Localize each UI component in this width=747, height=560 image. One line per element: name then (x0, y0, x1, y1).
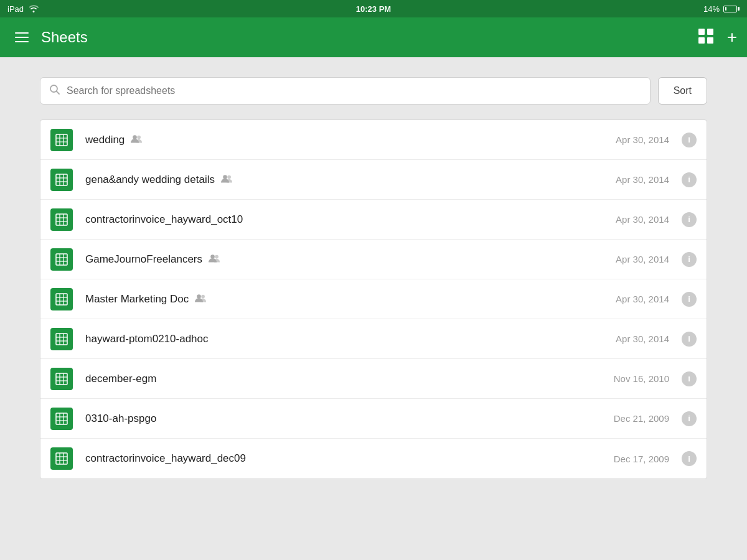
wifi-icon (29, 4, 39, 14)
file-name-area: contractorinvoice_hayward_oct10 (85, 213, 594, 226)
file-name: hayward-ptom0210-adhoc (85, 333, 209, 345)
svg-point-11 (133, 135, 138, 139)
svg-rect-39 (56, 334, 67, 345)
file-item[interactable]: GameJournoFreelancers Apr 30, 2014i (40, 240, 707, 279)
info-button[interactable]: i (682, 411, 697, 426)
file-date: Dec 21, 2009 (594, 413, 669, 424)
svg-rect-6 (56, 134, 67, 146)
file-list: wedding Apr 30, 2014i gena&andy wedding … (40, 119, 707, 479)
shared-icon (209, 254, 220, 264)
file-name-area: 0310-ah-pspgo (85, 413, 594, 425)
spreadsheet-icon (50, 169, 73, 191)
file-name-area: Master Marketing Doc (85, 293, 594, 306)
spreadsheet-icon (50, 248, 73, 271)
shared-icon (195, 294, 206, 304)
file-name-area: contractorinvoice_hayward_dec09 (85, 452, 594, 465)
file-item[interactable]: contractorinvoice_hayward_oct10Apr 30, 2… (40, 200, 707, 240)
file-name: GameJournoFreelancers (85, 253, 202, 266)
file-date: Apr 30, 2014 (594, 174, 669, 185)
svg-point-19 (227, 175, 231, 179)
svg-point-31 (215, 255, 218, 259)
svg-point-37 (197, 294, 202, 299)
spreadsheet-icon (50, 408, 73, 430)
grid-view-button[interactable] (697, 27, 715, 47)
svg-point-30 (210, 254, 215, 259)
toolbar: Sheets + (0, 17, 747, 57)
file-item[interactable]: wedding Apr 30, 2014i (40, 120, 707, 160)
spreadsheet-icon (50, 368, 73, 390)
file-name: wedding (85, 134, 125, 146)
file-name: Master Marketing Doc (85, 293, 189, 306)
file-name: contractorinvoice_hayward_dec09 (85, 452, 246, 465)
file-item[interactable]: december-egmNov 16, 2010i (40, 359, 707, 399)
battery-percent: 14% (703, 4, 720, 14)
shared-icon (221, 174, 232, 185)
svg-rect-2 (698, 37, 705, 44)
spreadsheet-icon (50, 328, 73, 350)
file-name-area: december-egm (85, 373, 594, 385)
file-name: gena&andy wedding details (85, 174, 215, 186)
device-label: iPad (7, 4, 24, 14)
info-button[interactable]: i (682, 212, 697, 227)
svg-rect-32 (56, 294, 67, 305)
info-button[interactable]: i (682, 292, 697, 307)
spreadsheet-icon (50, 208, 73, 231)
sort-button[interactable]: Sort (658, 77, 707, 105)
svg-rect-49 (56, 413, 67, 424)
svg-rect-25 (56, 254, 67, 265)
svg-rect-13 (56, 174, 67, 185)
svg-point-38 (202, 295, 205, 299)
app-title: Sheets (41, 29, 697, 46)
info-button[interactable]: i (682, 252, 697, 267)
search-icon (49, 84, 60, 98)
file-name-area: wedding (85, 134, 594, 146)
file-date: Apr 30, 2014 (594, 334, 669, 344)
search-input[interactable] (67, 85, 641, 96)
shared-icon (131, 134, 142, 145)
file-item[interactable]: Master Marketing Doc Apr 30, 2014i (40, 279, 707, 319)
battery-icon (723, 6, 740, 12)
file-date: Apr 30, 2014 (594, 134, 669, 145)
info-button[interactable]: i (682, 133, 697, 147)
info-button[interactable]: i (682, 451, 697, 466)
file-item[interactable]: contractorinvoice_hayward_dec09Dec 17, 2… (40, 439, 707, 478)
file-date: Dec 17, 2009 (594, 454, 669, 464)
file-name: december-egm (85, 373, 156, 385)
main-content: Sort wedding Apr 30, 2014i gena&andy wed… (0, 57, 747, 499)
file-name-area: GameJournoFreelancers (85, 253, 594, 266)
status-bar: iPad 10:23 PM 14% (0, 0, 747, 17)
file-date: Nov 16, 2010 (594, 373, 669, 384)
spreadsheet-icon (50, 129, 73, 151)
file-name-area: gena&andy wedding details (85, 174, 594, 186)
info-button[interactable]: i (682, 172, 697, 187)
menu-button[interactable] (10, 27, 34, 47)
info-button[interactable]: i (682, 371, 697, 386)
file-date: Apr 30, 2014 (594, 254, 669, 264)
search-container (40, 77, 651, 105)
svg-rect-3 (707, 37, 713, 44)
time-label: 10:23 PM (356, 4, 391, 14)
file-date: Apr 30, 2014 (594, 294, 669, 304)
spreadsheet-icon (50, 447, 73, 470)
svg-rect-20 (56, 214, 67, 225)
file-name: contractorinvoice_hayward_oct10 (85, 213, 243, 226)
svg-rect-54 (56, 453, 67, 464)
svg-rect-0 (698, 29, 705, 35)
svg-rect-44 (56, 373, 67, 385)
file-item[interactable]: hayward-ptom0210-adhocApr 30, 2014i (40, 319, 707, 359)
svg-point-12 (138, 136, 141, 139)
file-item[interactable]: 0310-ah-pspgoDec 21, 2009i (40, 399, 707, 439)
file-name-area: hayward-ptom0210-adhoc (85, 333, 594, 345)
info-button[interactable]: i (682, 332, 697, 347)
search-row: Sort (40, 77, 707, 105)
file-name: 0310-ah-pspgo (85, 413, 156, 425)
svg-rect-1 (707, 29, 713, 35)
file-date: Apr 30, 2014 (594, 214, 669, 225)
add-button[interactable]: + (727, 29, 737, 46)
svg-line-5 (57, 91, 60, 95)
svg-point-18 (223, 175, 227, 179)
spreadsheet-icon (50, 288, 73, 310)
file-item[interactable]: gena&andy wedding details Apr 30, 2014i (40, 160, 707, 200)
